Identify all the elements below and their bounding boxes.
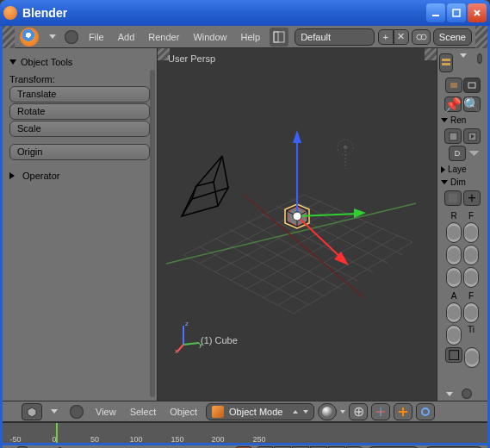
svg-rect-49 xyxy=(442,63,450,65)
frame-step-slider[interactable] xyxy=(463,267,479,288)
svg-text:z: z xyxy=(185,320,189,327)
svg-text:x: x xyxy=(175,347,178,353)
layers-section-header[interactable]: Laye xyxy=(439,163,486,176)
svg-rect-52 xyxy=(450,133,457,140)
toolshelf-scrollbar[interactable] xyxy=(150,70,155,397)
minimize-button[interactable] xyxy=(426,3,445,22)
3d-viewport[interactable]: User Persp xyxy=(158,48,437,401)
corner-drag-handle[interactable] xyxy=(3,26,15,48)
collapse-button[interactable] xyxy=(477,53,482,64)
tool-shelf: Object Tools Transform: Translate Rotate… xyxy=(3,48,158,401)
manipulator-translate-icon[interactable] xyxy=(394,403,412,420)
menu-help[interactable]: Help xyxy=(234,26,268,48)
framerate-slider[interactable] xyxy=(463,222,479,243)
screen-layout-dropdown[interactable]: Default xyxy=(295,28,375,46)
origin-button[interactable]: Origin xyxy=(9,144,150,160)
pin-icon[interactable]: 📌 xyxy=(444,96,462,112)
svg-rect-0 xyxy=(432,15,439,16)
object-tools-header[interactable]: Object Tools xyxy=(9,57,153,67)
svg-rect-3 xyxy=(274,32,278,42)
context-icon[interactable]: 🔍 xyxy=(463,96,481,112)
blender-logo-icon[interactable] xyxy=(20,28,39,47)
resolution-y-slider[interactable] xyxy=(446,245,462,265)
outliner-icon[interactable] xyxy=(439,53,453,72)
screen-layout-icon[interactable] xyxy=(270,28,288,47)
svg-point-58 xyxy=(422,408,429,415)
svg-line-14 xyxy=(183,255,294,314)
menu-render[interactable]: Render xyxy=(141,26,186,48)
aspect-x-slider[interactable] xyxy=(446,302,462,323)
scene-dropdown[interactable]: Scene xyxy=(433,28,472,46)
shading-dropdown[interactable] xyxy=(318,403,337,420)
svg-rect-51 xyxy=(468,83,475,88)
scale-button[interactable]: Scale xyxy=(9,121,150,137)
frame-end-slider[interactable] xyxy=(463,245,479,265)
editor-type-dropdown[interactable] xyxy=(51,409,58,414)
svg-line-10 xyxy=(245,221,368,289)
collapse-menus-button[interactable] xyxy=(70,405,84,419)
resolution-pct-slider[interactable] xyxy=(446,267,462,288)
manipulator-rotate-icon[interactable] xyxy=(416,403,435,420)
close-button[interactable] xyxy=(468,3,487,22)
fps-slider[interactable] xyxy=(463,302,479,323)
border-checkbox[interactable]: ☐ xyxy=(445,347,462,363)
collapse-button[interactable] xyxy=(462,389,472,399)
svg-line-43 xyxy=(183,343,199,345)
editor-type-dropdown[interactable] xyxy=(49,34,56,39)
corner-drag-handle[interactable] xyxy=(442,401,454,422)
svg-line-8 xyxy=(214,208,337,272)
svg-line-28 xyxy=(182,186,196,216)
delete-screen-button[interactable]: ✕ xyxy=(394,29,409,45)
select-menu[interactable]: Select xyxy=(125,407,162,417)
render-section-header[interactable]: Ren xyxy=(439,114,486,127)
add-screen-button[interactable]: + xyxy=(378,29,394,45)
3dview-editor-icon[interactable] xyxy=(22,403,42,420)
object-mode-icon xyxy=(212,406,224,418)
camera-tab-icon[interactable] xyxy=(463,78,481,93)
display-dropdown[interactable]: D xyxy=(449,146,466,161)
editor-type-dropdown[interactable] xyxy=(446,392,453,396)
editor-type-dropdown[interactable] xyxy=(460,53,467,58)
window-title: Blender xyxy=(22,6,426,20)
transform-label: Transform: xyxy=(9,74,153,84)
corner-drag-handle[interactable] xyxy=(475,26,487,48)
dimensions-section-header[interactable]: Dim xyxy=(439,176,486,189)
render-image-button[interactable] xyxy=(444,128,462,144)
mini-axis-icon: z y x xyxy=(175,319,209,353)
pivot-dropdown[interactable]: ⊕ xyxy=(349,403,368,420)
translate-button[interactable]: Translate xyxy=(9,86,150,103)
menu-add[interactable]: Add xyxy=(111,26,142,48)
timeline[interactable]: -50 0 50 100 150 200 250 xyxy=(3,422,487,444)
svg-line-9 xyxy=(230,215,352,281)
svg-rect-1 xyxy=(453,9,460,16)
view-menu[interactable]: View xyxy=(90,407,121,417)
maximize-button[interactable] xyxy=(447,3,466,22)
render-tab-icon[interactable] xyxy=(445,78,462,93)
render-anim-button[interactable] xyxy=(463,128,481,144)
rotate-button[interactable]: Rotate xyxy=(9,103,150,120)
timecode-slider[interactable] xyxy=(464,347,480,368)
menu-file[interactable]: File xyxy=(82,26,111,48)
manipulator-toggle[interactable] xyxy=(371,403,390,420)
screen-layout-name: Default xyxy=(301,32,369,42)
svg-line-22 xyxy=(304,195,412,242)
operator-header[interactable]: Operator xyxy=(9,171,153,181)
object-menu[interactable]: Object xyxy=(164,407,202,417)
corner-drag-handle[interactable] xyxy=(6,401,18,422)
svg-rect-50 xyxy=(450,83,457,88)
preset-dropdown-icon[interactable] xyxy=(444,190,462,206)
resolution-x-slider[interactable] xyxy=(446,222,462,243)
preset-add-icon[interactable]: + xyxy=(463,190,481,206)
mode-dropdown[interactable]: Object Mode xyxy=(206,403,314,420)
collapse-menus-button[interactable] xyxy=(65,30,78,44)
svg-line-19 xyxy=(261,214,373,272)
svg-text:y: y xyxy=(199,340,202,348)
svg-line-16 xyxy=(214,238,325,296)
svg-line-15 xyxy=(199,246,309,305)
svg-line-18 xyxy=(245,221,357,281)
menu-window[interactable]: Window xyxy=(186,26,233,48)
aspect-y-slider[interactable] xyxy=(446,325,462,345)
scene-browse-icon[interactable] xyxy=(412,29,431,45)
svg-rect-48 xyxy=(442,59,450,61)
viewport-scene xyxy=(158,48,433,358)
